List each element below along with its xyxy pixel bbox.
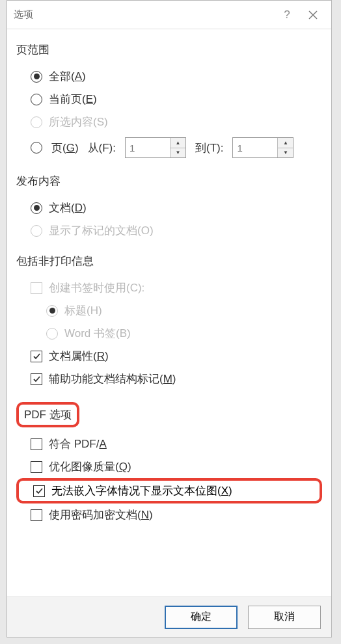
- help-button[interactable]: ?: [274, 2, 300, 28]
- close-icon: [308, 10, 318, 20]
- radio-icon: [46, 305, 58, 317]
- to-input[interactable]: [233, 138, 277, 157]
- optimize-image-label: 优化图像质量(Q): [49, 459, 131, 474]
- from-spinner[interactable]: ▲▼: [125, 137, 186, 158]
- section-publish: 发布内容: [16, 174, 322, 189]
- chevron-down-icon[interactable]: ▼: [278, 148, 293, 158]
- to-spin-buttons[interactable]: ▲▼: [277, 138, 293, 157]
- radio-word-bm-label: Word 书签(B): [64, 326, 131, 341]
- radio-markup: 显示了标记的文档(O): [16, 219, 322, 242]
- check-doc-properties[interactable]: 文档属性(R): [16, 345, 322, 368]
- create-bookmarks-label: 创建书签时使用(C):: [49, 280, 144, 295]
- options-dialog: 选项 ? 页范围 全部(A) 当前页(E) 所选内容(S) 页(G) 从(F):: [7, 0, 332, 637]
- from-label: 从(F):: [88, 141, 116, 155]
- cancel-button[interactable]: 取消: [248, 606, 321, 629]
- from-spin-buttons[interactable]: ▲▼: [170, 138, 185, 157]
- from-input[interactable]: [126, 138, 170, 157]
- check-encrypt[interactable]: 使用密码加密文档(N): [16, 503, 322, 526]
- titlebar: 选项 ?: [7, 1, 331, 29]
- checkbox-icon: [31, 509, 42, 521]
- checkbox-icon: [31, 282, 42, 294]
- check-bitmap-text[interactable]: 无法嵌入字体情况下显示文本位图(X): [16, 478, 322, 503]
- radio-current-page[interactable]: 当前页(E): [16, 88, 322, 111]
- section-page-range: 页范围: [16, 42, 322, 57]
- radio-headings-label: 标题(H): [64, 303, 102, 318]
- checkbox-icon: [31, 373, 42, 385]
- radio-icon: [31, 94, 42, 105]
- radio-document-label: 文档(D): [49, 200, 87, 215]
- encrypt-label: 使用密码加密文档(N): [49, 507, 153, 522]
- radio-headings: 标题(H): [16, 299, 322, 322]
- check-optimize-image[interactable]: 优化图像质量(Q): [16, 455, 322, 478]
- to-spinner[interactable]: ▲▼: [232, 137, 293, 158]
- check-accessibility-tags[interactable]: 辅助功能文档结构标记(M): [16, 368, 322, 390]
- radio-icon: [31, 71, 42, 83]
- doc-properties-label: 文档属性(R): [49, 349, 109, 364]
- close-button[interactable]: [300, 2, 326, 28]
- to-label: 到(T):: [195, 141, 223, 155]
- radio-all[interactable]: 全部(A): [16, 65, 322, 88]
- radio-word-bookmarks: Word 书签(B): [16, 322, 322, 345]
- checkbox-icon: [31, 438, 42, 450]
- radio-icon: [31, 202, 42, 214]
- chevron-up-icon[interactable]: ▲: [278, 138, 293, 148]
- checkbox-icon: [31, 351, 42, 362]
- check-pdfa[interactable]: 符合 PDF/A: [16, 433, 322, 455]
- radio-current-label: 当前页(E): [49, 92, 97, 107]
- radio-pages-label: 页(G): [51, 141, 79, 155]
- checkbox-icon: [31, 461, 42, 473]
- bitmap-text-label: 无法嵌入字体情况下显示文本位图(X): [51, 483, 232, 498]
- dialog-footer: 确定 取消: [7, 597, 331, 637]
- radio-all-label: 全部(A): [49, 69, 86, 84]
- radio-icon: [31, 116, 42, 128]
- radio-icon: [31, 142, 42, 154]
- radio-selection: 所选内容(S): [16, 111, 322, 133]
- radio-markup-label: 显示了标记的文档(O): [49, 223, 154, 238]
- radio-document[interactable]: 文档(D): [16, 196, 322, 219]
- chevron-up-icon[interactable]: ▲: [170, 138, 185, 148]
- accessibility-tags-label: 辅助功能文档结构标记(M): [49, 371, 176, 386]
- chevron-down-icon[interactable]: ▼: [170, 148, 185, 158]
- section-nonprint: 包括非打印信息: [16, 254, 322, 269]
- radio-pages[interactable]: 页(G) 从(F): ▲▼ 到(T): ▲▼: [16, 133, 322, 162]
- pdfa-label: 符合 PDF/A: [49, 436, 107, 451]
- dialog-content: 页范围 全部(A) 当前页(E) 所选内容(S) 页(G) 从(F): ▲▼ 到…: [7, 29, 331, 597]
- check-create-bookmarks: 创建书签时使用(C):: [16, 276, 322, 299]
- radio-selection-label: 所选内容(S): [49, 114, 108, 129]
- section-pdf-options: PDF 选项: [16, 402, 79, 427]
- radio-icon: [46, 328, 58, 340]
- radio-icon: [31, 225, 42, 237]
- dialog-title: 选项: [14, 8, 33, 21]
- checkbox-icon: [33, 485, 45, 497]
- ok-button[interactable]: 确定: [165, 606, 238, 629]
